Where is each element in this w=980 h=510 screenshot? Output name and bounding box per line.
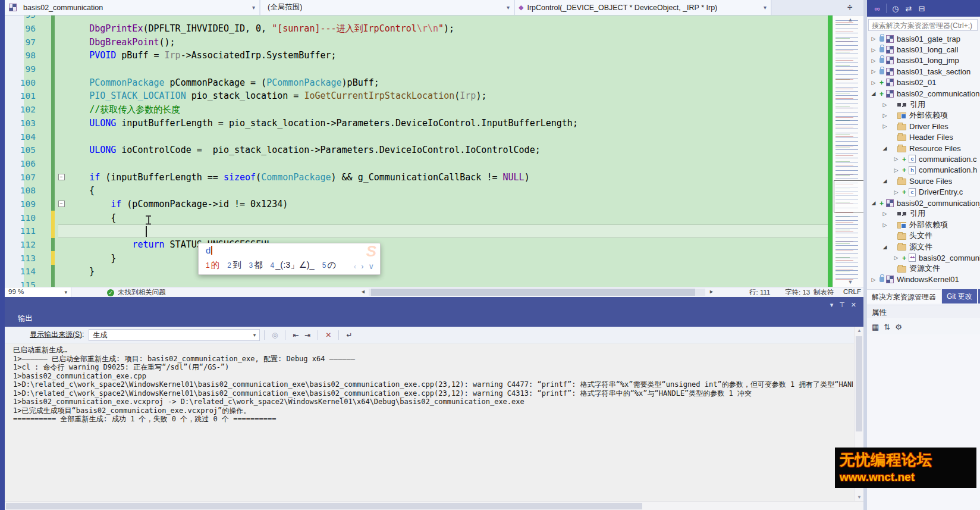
status-indent-mode[interactable]: 制表符 — [813, 288, 834, 297]
chevron-collapsed-icon[interactable]: ▷ — [892, 189, 900, 195]
tree-item[interactable]: ◢+basis02_communication_exe — [867, 198, 980, 208]
code-line[interactable]: 111 — [5, 224, 828, 238]
tree-item[interactable]: 头文件 — [867, 230, 980, 241]
tree-item[interactable]: Header Files — [867, 132, 980, 143]
chevron-expanded-icon[interactable]: ◢ — [881, 244, 889, 250]
code-health-indicator[interactable]: ✓ 未找到相关问题 — [107, 288, 166, 297]
output-hscroll-thumb[interactable] — [6, 503, 642, 509]
code-line[interactable]: 98 PVOID pBuff = Irp->AssociatedIrp.Syst… — [5, 49, 828, 62]
chevron-collapsed-icon[interactable]: ▷ — [869, 277, 878, 283]
code-line[interactable]: 113 } — [5, 251, 828, 265]
fold-collapse-icon[interactable]: − — [58, 201, 65, 207]
chevron-collapsed-icon[interactable]: ▷ — [881, 112, 889, 118]
ime-more-icon[interactable]: ∨ — [368, 262, 374, 271]
next-message-icon[interactable]: ⇥ — [301, 331, 313, 339]
tree-item[interactable]: ▷引用 — [867, 99, 980, 109]
minimap-viewport[interactable] — [834, 180, 864, 212]
scroll-down-icon[interactable]: ▼ — [857, 495, 862, 500]
chevron-collapsed-icon[interactable]: ▷ — [869, 58, 878, 64]
tab-git-changes[interactable]: Git 更改 — [942, 289, 977, 304]
scroll-left-icon[interactable]: ◄ — [360, 289, 366, 295]
scroll-up-icon[interactable]: ▲ — [857, 328, 862, 333]
zoom-level-dropdown[interactable]: 99 % ▾ — [5, 287, 71, 297]
code-line[interactable]: 105 ULONG ioControlCode = pio_stack_loca… — [5, 143, 828, 157]
code-line[interactable]: 95 — [5, 15, 828, 22]
output-horizontal-scrollbar[interactable] — [5, 501, 863, 510]
ime-next-page-icon[interactable]: › — [361, 262, 363, 271]
code-line[interactable]: 103 ULONG inputBufferLength = pio_stack_… — [5, 117, 828, 130]
chevron-expanded-icon[interactable]: ◢ — [869, 90, 878, 96]
chevron-collapsed-icon[interactable]: ▷ — [892, 167, 900, 173]
find-message-icon[interactable]: ◎ — [269, 331, 281, 339]
chevron-collapsed-icon[interactable]: ▷ — [892, 255, 900, 261]
scroll-right-icon[interactable]: ► — [709, 289, 714, 295]
tab-solution-explorer[interactable]: 解决方案资源管理器 — [867, 289, 941, 304]
home-icon[interactable]: ⌂ — [867, 4, 868, 13]
tree-item[interactable]: ▷Driver Files — [867, 121, 980, 132]
pin-icon[interactable]: ⊤ — [839, 301, 845, 309]
ime-candidate[interactable]: 4_(:3」∠)_ — [271, 259, 315, 271]
ime-candidate[interactable]: 5の — [322, 259, 337, 271]
horizontal-scrollbar-thumb[interactable] — [371, 289, 695, 296]
tree-item[interactable]: ▷+cDriverEntry.c — [867, 186, 980, 197]
chevron-collapsed-icon[interactable]: ▷ — [881, 222, 889, 228]
tree-item[interactable]: 资源文件 — [867, 263, 980, 274]
tree-item[interactable]: ▷外部依赖项 — [867, 110, 980, 121]
chevron-expanded-icon[interactable]: ◢ — [881, 145, 889, 151]
output-source-dropdown[interactable]: 生成 ▾ — [89, 329, 260, 341]
window-position-icon[interactable]: ▾ — [830, 301, 834, 309]
code-line[interactable]: 107− if (inputBufferLength == sizeof(Com… — [5, 170, 828, 184]
tree-item[interactable]: ◢+basis02_communication — [867, 88, 980, 99]
code-line[interactable]: 115 — [5, 279, 828, 287]
tree-item[interactable]: ▷外部依赖项 — [867, 220, 980, 230]
minimap[interactable] — [833, 15, 867, 287]
chevron-collapsed-icon[interactable]: ▷ — [881, 211, 889, 217]
code-line[interactable]: 108 { — [5, 184, 828, 198]
code-line[interactable]: 100 PCommonPackage pCommonPackage = (PCo… — [5, 76, 828, 89]
chevron-collapsed-icon[interactable]: ▷ — [881, 102, 889, 108]
tree-item[interactable]: ▷+ccommunication.c — [867, 154, 980, 164]
code-line[interactable]: 97 DbgBreakPoint(); — [5, 35, 828, 49]
ime-candidate[interactable]: 2到 — [227, 259, 241, 271]
pending-changes-filter-icon[interactable]: ◷ — [891, 4, 900, 13]
status-line-ending[interactable]: CRLF — [843, 288, 861, 295]
alphabetical-icon[interactable]: ⇅ — [884, 323, 890, 331]
chevron-collapsed-icon[interactable]: ▷ — [869, 68, 878, 74]
tree-item[interactable]: ▷引用 — [867, 208, 980, 219]
tree-item[interactable]: ◢Source Files — [867, 176, 980, 186]
clear-all-icon[interactable]: ✕ — [322, 331, 334, 339]
sync-with-active-document-icon[interactable]: ⇄ — [904, 4, 913, 13]
code-line[interactable]: 110 { — [5, 211, 828, 224]
code-editor[interactable]: 9596 DbgPrintEx(DPFLTR_IHVVIDEO_ID, 0, "… — [5, 15, 828, 287]
collapse-all-icon[interactable]: ⊟ — [918, 4, 926, 13]
categorized-icon[interactable]: ▦ — [872, 323, 879, 331]
scope-dropdown[interactable]: (全局范围) ▾ — [260, 0, 515, 15]
code-line[interactable]: 102 //获取传入参数的长度 — [5, 103, 828, 117]
code-line[interactable]: 104 — [5, 130, 828, 143]
ime-candidate[interactable]: 3都 — [249, 259, 262, 271]
code-line[interactable]: 101 PIO_STACK_LOCATION pio_stack_locatio… — [5, 89, 828, 103]
switch-views-icon[interactable]: ∞ — [873, 4, 881, 13]
chevron-collapsed-icon[interactable]: ▷ — [869, 47, 878, 53]
output-log[interactable]: 已启动重新生成…1>—————— 已启动全部重新生成: 项目: basis02_… — [5, 343, 853, 501]
code-line[interactable]: 114 } — [5, 265, 828, 279]
tree-item[interactable]: ◢源文件 — [867, 241, 980, 252]
solution-explorer-search-input[interactable]: 搜索解决方案资源管理器(Ctrl+;) — [868, 19, 978, 31]
code-line[interactable]: 106 — [5, 157, 828, 171]
tree-item[interactable]: ▷WindowsKernel01 — [867, 274, 980, 285]
word-wrap-icon[interactable]: ↵ — [343, 331, 355, 339]
chevron-expanded-icon[interactable]: ◢ — [869, 200, 878, 206]
scroll-up-icon[interactable]: ▲ — [844, 17, 856, 24]
chevron-expanded-icon[interactable]: ◢ — [881, 178, 889, 184]
tree-item[interactable]: ▷+hcommunication.h — [867, 165, 980, 176]
split-window-handle[interactable]: ÷ — [840, 1, 860, 13]
output-vscroll-thumb[interactable] — [856, 336, 862, 431]
fold-collapse-icon[interactable]: − — [58, 174, 65, 180]
chevron-collapsed-icon[interactable]: ▷ — [869, 80, 878, 86]
tree-item[interactable]: ▷basis01_long_jmp — [867, 55, 980, 66]
ime-prev-page-icon[interactable]: ‹ — [354, 262, 356, 271]
tree-item[interactable]: ▷basis01_task_section — [867, 66, 980, 77]
tree-item[interactable]: ◢Resource Files — [867, 143, 980, 154]
code-line[interactable]: 112 return STATUS_UNSUCCESSFUL — [5, 238, 828, 252]
chevron-collapsed-icon[interactable]: ▷ — [892, 156, 900, 162]
